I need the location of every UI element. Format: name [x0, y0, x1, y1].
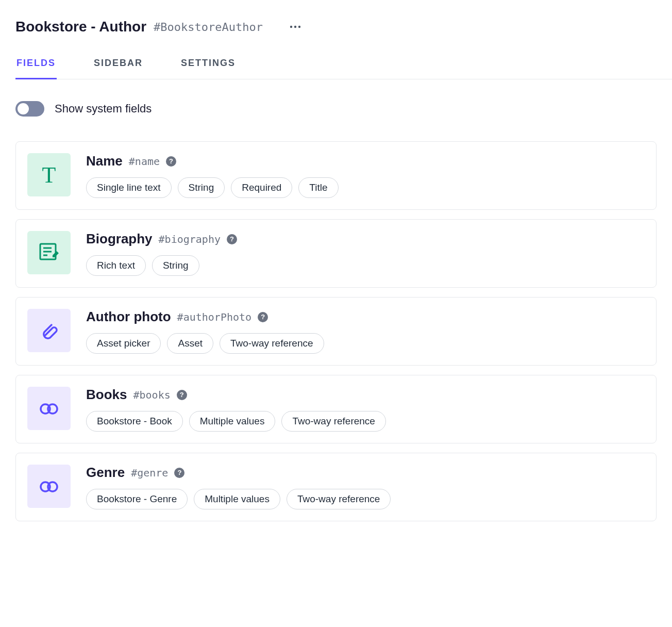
help-icon[interactable]: ? — [227, 234, 237, 244]
field-tag: Rich text — [86, 255, 146, 276]
field-tag: Single line text — [86, 177, 172, 198]
field-body: Author photo#authorPhoto?Asset pickerAss… — [86, 309, 645, 354]
field-tags: Single line textStringRequiredTitle — [86, 177, 645, 198]
field-body: Name#name?Single line textStringRequired… — [86, 153, 645, 198]
show-system-fields-toggle[interactable] — [15, 101, 44, 117]
help-icon[interactable]: ? — [258, 312, 268, 322]
tabs-nav: FIELDSSIDEBARSETTINGS — [15, 53, 672, 79]
field-type-icon-wrap — [27, 231, 71, 274]
field-tag: Multiple values — [189, 411, 276, 432]
field-body: Biography#biography?Rich textString — [86, 231, 645, 276]
richtext-icon — [37, 241, 61, 265]
svg-point-2 — [298, 26, 300, 28]
fields-list: TName#name?Single line textStringRequire… — [15, 141, 657, 521]
help-icon[interactable]: ? — [177, 390, 187, 400]
field-tags: Rich textString — [86, 255, 645, 276]
link-icon — [37, 474, 61, 498]
page-title: Bookstore - Author — [15, 19, 146, 35]
field-id: #books — [133, 389, 170, 401]
field-tags: Bookstore - GenreMultiple valuesTwo-way … — [86, 489, 645, 509]
field-tag: Asset picker — [86, 333, 161, 354]
field-type-icon-wrap — [27, 465, 71, 508]
field-tag: String — [152, 255, 199, 276]
field-name: Books — [86, 387, 127, 403]
link-icon — [37, 397, 61, 420]
field-name: Author photo — [86, 309, 171, 325]
field-id: #name — [129, 155, 160, 168]
more-horizontal-icon — [290, 25, 301, 28]
toggle-label: Show system fields — [55, 102, 152, 116]
field-card[interactable]: Author photo#authorPhoto?Asset pickerAss… — [15, 297, 657, 366]
field-card[interactable]: TName#name?Single line textStringRequire… — [15, 141, 657, 210]
field-type-icon-wrap — [27, 309, 71, 352]
field-id: #biography — [159, 233, 221, 245]
field-body: Books#books?Bookstore - BookMultiple val… — [86, 387, 645, 432]
field-tag: String — [178, 177, 225, 198]
svg-point-1 — [294, 26, 296, 28]
field-tag: Bookstore - Book — [86, 411, 183, 432]
field-name: Name — [86, 153, 123, 169]
field-type-icon-wrap: T — [27, 153, 71, 196]
tab-settings[interactable]: SETTINGS — [180, 53, 237, 79]
field-card[interactable]: Books#books?Bookstore - BookMultiple val… — [15, 375, 657, 443]
field-tag: Bookstore - Genre — [86, 489, 188, 509]
field-tag: Multiple values — [194, 489, 280, 509]
field-card[interactable]: Biography#biography?Rich textString — [15, 219, 657, 288]
field-id: #authorPhoto — [177, 311, 252, 323]
field-name: Genre — [86, 465, 125, 481]
field-id: #genre — [131, 467, 168, 479]
field-tag: Title — [298, 177, 338, 198]
field-tags: Asset pickerAssetTwo-way reference — [86, 333, 645, 354]
field-tag: Two-way reference — [287, 489, 391, 509]
svg-point-0 — [290, 26, 292, 28]
field-name: Biography — [86, 231, 153, 247]
help-icon[interactable]: ? — [174, 468, 184, 478]
field-tag: Two-way reference — [281, 411, 386, 432]
help-icon[interactable]: ? — [166, 156, 176, 167]
tab-sidebar[interactable]: SIDEBAR — [93, 53, 144, 79]
more-menu-button[interactable] — [285, 22, 305, 31]
content-type-id: #BookstoreAuthor — [154, 21, 263, 34]
field-tag: Asset — [167, 333, 213, 354]
text-icon: T — [42, 162, 56, 188]
field-type-icon-wrap — [27, 387, 71, 430]
field-card[interactable]: Genre#genre?Bookstore - GenreMultiple va… — [15, 453, 657, 521]
tab-fields[interactable]: FIELDS — [15, 53, 57, 79]
field-body: Genre#genre?Bookstore - GenreMultiple va… — [86, 465, 645, 509]
field-tag: Two-way reference — [220, 333, 324, 354]
attachment-icon — [37, 319, 61, 342]
field-tag: Required — [231, 177, 292, 198]
field-tags: Bookstore - BookMultiple valuesTwo-way r… — [86, 411, 645, 432]
